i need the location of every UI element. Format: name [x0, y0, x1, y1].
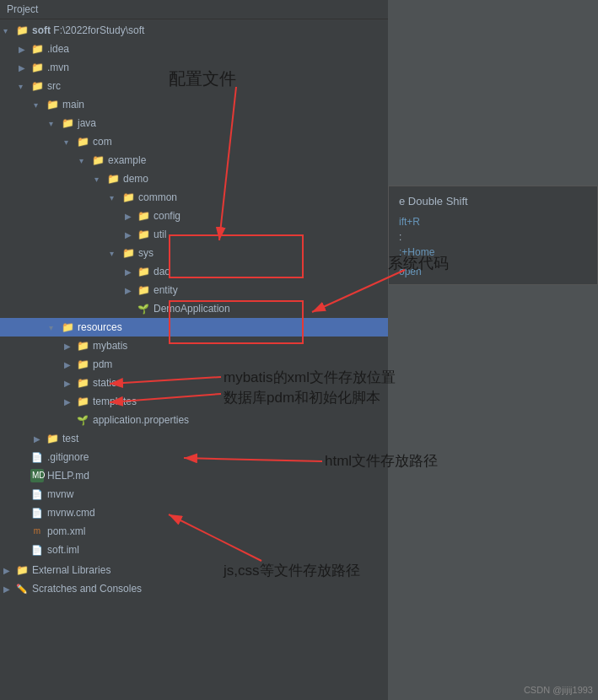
project-panel: Project ▾ 📁 soft F:\2022forStudy\soft ▶ …	[0, 0, 388, 700]
expand-arrow: ▶	[19, 471, 30, 481]
tree-item-application-properties[interactable]: ▶ 🌱 application.properties	[0, 411, 388, 429]
tree-label: .mvn	[47, 62, 69, 73]
tree-label: dao	[154, 266, 170, 277]
tree-label: .gitignore	[47, 451, 89, 463]
folder-icon: 📁	[76, 358, 89, 371]
file-icon: 📄	[30, 506, 44, 520]
tree-label: mvnw.cmd	[47, 507, 95, 519]
tree-label: entity	[154, 284, 178, 296]
tree-item-java[interactable]: ▾ 📁 java	[0, 114, 388, 132]
expand-arrow: ▾	[110, 249, 121, 258]
spring-icon: 🌱	[137, 302, 150, 315]
tree-item-example[interactable]: ▾ 📁 example	[0, 151, 388, 170]
tree-label: sys	[138, 247, 154, 259]
tree-label: templates	[93, 396, 137, 407]
tree-item-mvnwcmd[interactable]: ▶ 📄 mvnw.cmd	[0, 503, 388, 522]
expand-arrow: ▶	[19, 453, 30, 462]
folder-icon: 📁	[137, 265, 150, 278]
popup-double-shift: e Double Shift	[399, 193, 587, 209]
spring-icon: 🌱	[76, 413, 89, 427]
tree-item-mvnw[interactable]: ▶ 📄 mvnw	[0, 485, 388, 503]
tree-item-mvn[interactable]: ▶ 📁 .mvn	[0, 58, 388, 77]
java-folder-icon: 📁	[61, 116, 74, 130]
file-icon: 📄	[30, 450, 44, 464]
tree-item-src[interactable]: ▾ 📁 src	[0, 77, 388, 95]
folder-icon: 📁	[15, 24, 29, 37]
expand-arrow: ▶	[19, 527, 30, 536]
tree-item-resources[interactable]: ▾ 📁 resources	[0, 318, 388, 337]
popup-colon-text: :	[399, 231, 401, 243]
tree-label: Scratches and Consoles	[32, 583, 142, 595]
tree-item-pdm[interactable]: ▶ 📁 pdm	[0, 355, 388, 374]
expand-arrow: ▶	[64, 416, 76, 425]
folder-icon: 📁	[106, 172, 120, 186]
tree-label: mybatis	[93, 340, 127, 352]
tree-item-demo[interactable]: ▾ 📁 demo	[0, 170, 388, 188]
panel-title: Project	[7, 3, 38, 15]
tree-item-main[interactable]: ▾ 📁 main	[0, 95, 388, 114]
tree-item-scratches[interactable]: ▶ ✏️ Scratches and Consoles	[0, 579, 388, 598]
tree-item-demoapplication[interactable]: ▶ 🌱 DemoApplication	[0, 299, 388, 318]
popup-home: :+Home	[399, 245, 587, 260]
tree-label: main	[62, 99, 84, 110]
expand-arrow: ▾	[110, 193, 121, 202]
tree-item-dao[interactable]: ▶ 📁 dao	[0, 262, 388, 281]
tree-item-gitignore[interactable]: ▶ 📄 .gitignore	[0, 448, 388, 466]
expand-arrow: ▾	[3, 26, 15, 35]
popup-text: e Double Shift	[399, 195, 468, 207]
tree-item-external[interactable]: ▶ 📁 External Libraries	[0, 561, 388, 579]
tree-label: External Libraries	[32, 564, 110, 576]
tree-item-static[interactable]: ▶ 📁 static	[0, 374, 388, 392]
folder-icon: 📁	[137, 209, 150, 223]
expand-arrow: ▾	[64, 137, 76, 147]
tree-item-templates[interactable]: ▶ 📁 templates	[0, 392, 388, 411]
folder-icon: 📁	[76, 135, 89, 148]
resources-icon: 📁	[61, 320, 74, 334]
tree-label: HELP.md	[47, 470, 89, 482]
tree-item-util[interactable]: ▶ 📁 util	[0, 225, 388, 244]
tree-item-com[interactable]: ▾ 📁 com	[0, 132, 388, 151]
tree-label: pom.xml	[47, 525, 85, 537]
tree-item-helpmd[interactable]: ▶ MD HELP.md	[0, 466, 388, 485]
tree-item-sys[interactable]: ▾ 📁 sys	[0, 244, 388, 262]
expand-arrow: ▶	[34, 434, 46, 444]
tree-label: util	[154, 229, 166, 240]
tree-item-pomxml[interactable]: ▶ m pom.xml	[0, 522, 388, 541]
tree-item-common[interactable]: ▾ 📁 common	[0, 188, 388, 207]
panel-header: Project	[0, 0, 388, 19]
folder-icon: 📁	[121, 246, 135, 260]
tree-item-softiml[interactable]: ▶ 📄 soft.iml	[0, 541, 388, 559]
tree-label: soft F:\2022forStudy\soft	[32, 24, 144, 36]
tree-item-config[interactable]: ▶ 📁 config	[0, 207, 388, 225]
expand-arrow: ▶	[64, 360, 76, 369]
expand-arrow: ▶	[125, 304, 137, 314]
folder-icon: 📁	[76, 395, 89, 408]
popup-open: open	[399, 266, 422, 277]
tree-label: java	[78, 117, 96, 129]
tree-label: soft.iml	[47, 544, 79, 556]
file-icon: 📄	[30, 487, 44, 501]
folder-icon: 📁	[121, 191, 135, 204]
folder-icon: 📁	[137, 283, 150, 297]
tree-label: DemoApplication	[154, 303, 230, 315]
tree-label: pdm	[93, 358, 112, 370]
popup-shortcut: ift+R	[399, 216, 420, 228]
expand-arrow: ▾	[79, 156, 91, 165]
tree-label: common	[138, 191, 177, 203]
tree-label: demo	[123, 173, 148, 185]
file-tree[interactable]: ▾ 📁 soft F:\2022forStudy\soft ▶ 📁 .idea …	[0, 19, 388, 700]
tree-label: application.properties	[93, 414, 189, 426]
expand-arrow: ▶	[64, 342, 76, 351]
popup-colon: :	[399, 229, 587, 245]
tree-item-soft[interactable]: ▾ 📁 soft F:\2022forStudy\soft	[0, 21, 388, 40]
tree-item-idea[interactable]: ▶ 📁 .idea	[0, 40, 388, 58]
expand-arrow: ▶	[3, 566, 15, 575]
expand-arrow: ▶	[19, 509, 30, 518]
tree-item-entity[interactable]: ▶ 📁 entity	[0, 281, 388, 299]
expand-arrow: ▾	[49, 119, 61, 128]
tree-label: test	[62, 433, 78, 444]
folder-icon: 📁	[76, 339, 89, 353]
tree-item-test[interactable]: ▶ 📁 test	[0, 429, 388, 448]
expand-arrow: ▶	[125, 212, 137, 221]
tree-item-mybatis[interactable]: ▶ 📁 mybatis	[0, 337, 388, 355]
